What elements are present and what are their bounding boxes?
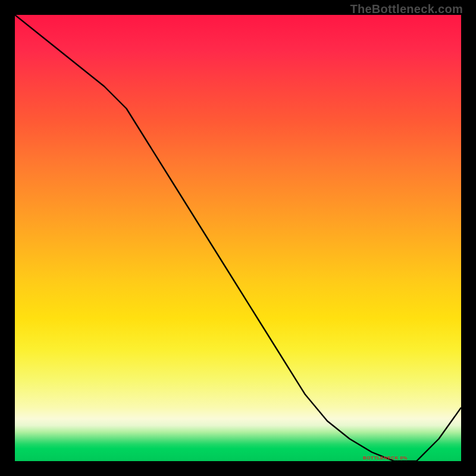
watermark-text: TheBottleneck.com: [350, 2, 463, 16]
bottleneck-label: BOTTLENECK 0%: [363, 455, 408, 461]
plot-area: BOTTLENECK 0%: [15, 15, 461, 461]
chart-curve: [15, 15, 461, 461]
